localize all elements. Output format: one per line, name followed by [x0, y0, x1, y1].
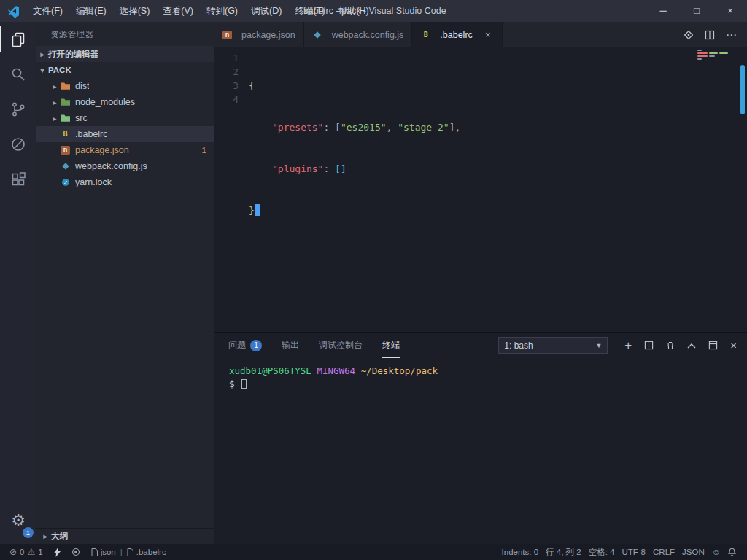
activity-bar: ⚙ 1 — [0, 22, 36, 544]
editor-scrollbar[interactable] — [740, 65, 745, 114]
menu-selection[interactable]: 选择(S) — [113, 0, 157, 22]
terminal-shell: MINGW64 — [317, 365, 355, 376]
editor-region: n package.json webpack.config.js B .babe… — [214, 22, 747, 544]
tree-folder-src[interactable]: ▸ src — [36, 110, 214, 126]
maximize-panel-icon[interactable] — [687, 343, 696, 349]
code-content[interactable]: { "presets": ["es2015", "stage-2"], "plu… — [249, 47, 747, 332]
maximize-button[interactable]: □ — [680, 0, 713, 22]
tab-label: .babelrc — [440, 30, 472, 40]
line-number: 4 — [214, 93, 249, 106]
terminal-user: xudb01@PS06TYSL — [229, 365, 311, 376]
chevron-down-icon: ▾ — [36, 66, 48, 74]
new-terminal-icon[interactable]: + — [624, 339, 632, 351]
status-bar-right: Indents: 0 行 4, 列 2 空格: 4 UTF-8 CRLF JSO… — [498, 544, 740, 560]
debug-icon[interactable] — [0, 127, 36, 162]
chevron-right-icon: ▸ — [50, 114, 60, 122]
panel-tab-terminal[interactable]: 终端 — [382, 333, 400, 358]
tree-folder-dist[interactable]: ▸ dist — [36, 78, 214, 94]
line-number: 3 — [214, 79, 249, 93]
open-editors-section[interactable]: ▸ 打开的编辑器 — [36, 46, 214, 62]
cursor-position[interactable]: 行 4, 列 2 — [542, 544, 585, 560]
close-panel-icon[interactable]: × — [730, 340, 737, 351]
file-tree: ▸ dist ▸ node_modules ▸ src B .babelrc — [36, 78, 214, 190]
settings-gear-icon[interactable]: ⚙ 1 — [0, 503, 36, 538]
notifications-bell-icon[interactable] — [724, 544, 740, 560]
power-status[interactable] — [50, 544, 64, 560]
restore-panel-icon[interactable] — [708, 341, 718, 350]
file-icon — [91, 548, 98, 556]
split-terminal-icon[interactable] — [644, 341, 654, 350]
kill-terminal-icon[interactable] — [666, 341, 675, 350]
problems-count-badge: 1 — [250, 340, 262, 351]
menu-view[interactable]: 查看(V) — [156, 0, 200, 22]
babel-icon: B — [420, 30, 431, 39]
tab-babelrc[interactable]: B .babelrc × — [412, 22, 502, 47]
terminal-input-line: $ — [229, 378, 732, 391]
tab-package-json[interactable]: n package.json — [214, 22, 304, 47]
menu-debug[interactable]: 调试(D) — [244, 0, 288, 22]
tab-webpack-config[interactable]: webpack.config.js — [304, 22, 413, 47]
tree-file-webpack-config[interactable]: webpack.config.js — [36, 158, 214, 174]
panel-tab-problems[interactable]: 问题 1 — [228, 333, 262, 358]
terminal-selector[interactable]: 1: bash ▼ — [498, 337, 608, 354]
menu-go[interactable]: 转到(G) — [200, 0, 244, 22]
tree-folder-node-modules[interactable]: ▸ node_modules — [36, 94, 214, 110]
terminal-cursor — [241, 379, 247, 389]
panel-tab-debug-console[interactable]: 调试控制台 — [319, 333, 363, 358]
minimap[interactable] — [697, 50, 735, 61]
folder-name: src — [75, 113, 88, 123]
minimize-button[interactable]: ─ — [646, 0, 680, 22]
folder-name: dist — [75, 81, 89, 91]
code-editor[interactable]: 1 2 3 4 { "presets": ["es2015", "stage-2… — [214, 47, 747, 332]
language-indicator-left[interactable]: json | .babelrc — [88, 544, 170, 560]
problems-status[interactable]: ⊘ 0 ⚠ 1 — [6, 544, 47, 560]
tab-label: package.json — [241, 30, 295, 40]
window-title: .babelrc - pack - Visual Studio Code — [301, 0, 446, 22]
terminal-output[interactable]: xudb01@PS06TYSL MINGW64 ~/Desktop/pack $ — [214, 358, 747, 397]
explorer-icon[interactable] — [0, 22, 36, 57]
indents-indicator[interactable]: Indents: 0 — [498, 544, 543, 560]
chevron-right-icon: ▸ — [50, 98, 60, 106]
tree-file-babelrc[interactable]: B .babelrc — [36, 126, 214, 142]
open-editors-label: 打开的编辑器 — [48, 49, 98, 60]
encoding-indicator[interactable]: UTF-8 — [618, 544, 649, 560]
project-section[interactable]: ▾ PACK — [36, 62, 214, 78]
lightning-icon — [54, 548, 61, 557]
code-line-3: "plugins": [] — [249, 162, 747, 176]
code-line-4: } — [249, 203, 747, 217]
terminal-prompt-symbol: $ — [229, 378, 235, 389]
code-line-2: "presets": ["es2015", "stage-2"], — [249, 120, 747, 134]
indentation-indicator[interactable]: 空格: 4 — [585, 544, 619, 560]
split-editor-icon[interactable] — [705, 30, 715, 40]
feedback-smiley-icon[interactable]: ☺ — [708, 544, 724, 560]
open-changes-icon[interactable] — [684, 30, 694, 40]
source-control-icon[interactable] — [0, 92, 36, 127]
menu-edit[interactable]: 编辑(E) — [69, 0, 113, 22]
language-mode[interactable]: JSON — [678, 544, 708, 560]
sidebar-title: 资源管理器 — [36, 22, 214, 46]
panel-tab-output[interactable]: 输出 — [282, 333, 299, 358]
error-icon: ⊘ — [9, 548, 17, 556]
title-bar: 文件(F) 编辑(E) 选择(S) 查看(V) 转到(G) 调试(D) 终端(T… — [0, 0, 747, 22]
line-number-gutter: 1 2 3 4 — [214, 47, 249, 332]
code-line-1: { — [249, 79, 747, 93]
extensions-icon[interactable] — [0, 162, 36, 197]
tabbar-actions: ⋯ — [684, 22, 747, 47]
editor-tab-bar: n package.json webpack.config.js B .babe… — [214, 22, 747, 47]
more-actions-icon[interactable]: ⋯ — [726, 28, 738, 42]
menu-file[interactable]: 文件(F) — [26, 0, 69, 22]
folder-icon — [60, 114, 71, 123]
tab-label: webpack.config.js — [332, 30, 404, 40]
tree-file-package-json[interactable]: n package.json 1 — [36, 142, 214, 158]
search-icon[interactable] — [0, 57, 36, 92]
close-window-button[interactable]: × — [713, 0, 747, 22]
editor-cursor — [255, 204, 260, 216]
tree-file-yarn-lock[interactable]: yarn.lock — [36, 174, 214, 190]
panel-actions: 1: bash ▼ + × — [498, 337, 737, 354]
file-name: yarn.lock — [75, 177, 112, 187]
target-status[interactable] — [68, 544, 84, 560]
close-tab-icon[interactable]: × — [482, 29, 494, 40]
outline-section[interactable]: ▸ 大纲 — [36, 528, 214, 544]
npm-icon: n — [60, 146, 71, 155]
eol-indicator[interactable]: CRLF — [649, 544, 678, 560]
